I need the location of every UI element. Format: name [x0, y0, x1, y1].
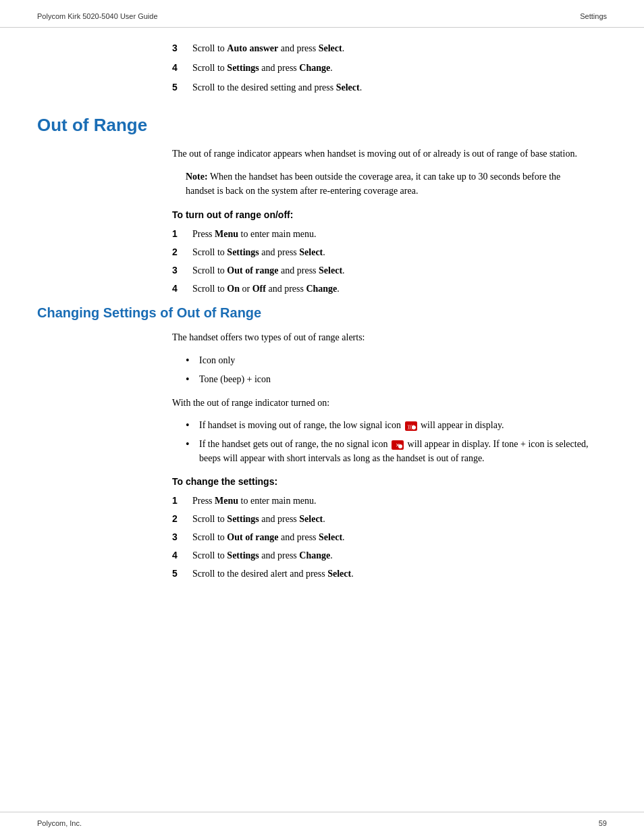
with-indicator-text: With the out of range indicator turned o… [172, 396, 607, 411]
section-heading-out-of-range: Out of Range [37, 115, 607, 136]
no-signal-icon: ✕ [392, 440, 404, 450]
svg-text:)))): )))) [407, 423, 414, 429]
step-item: 1 Press Menu to enter main menu. [172, 227, 607, 241]
header-right: Settings [580, 12, 607, 20]
step-num: 2 [172, 512, 192, 526]
step-text: Scroll to Auto answer and press Select. [192, 41, 607, 55]
step-num: 3 [172, 263, 192, 278]
step-num: 1 [172, 227, 192, 241]
step-item: 2 Scroll to Settings and press Select. [172, 245, 607, 259]
steps-list-section2: 1 Press Menu to enter main menu. 2 Scrol… [172, 494, 607, 581]
bullet-dot: • [186, 353, 199, 369]
step-item: 5 Scroll to the desired setting and pres… [172, 80, 607, 95]
step-text: Scroll to Settings and press Change. [192, 61, 607, 75]
step-item: 1 Press Menu to enter main menu. [172, 494, 607, 508]
bullet-item: • If handset is moving out of range, the… [186, 418, 607, 434]
step-text: Scroll to the desired setting and press … [192, 80, 607, 95]
proc-heading-change-settings: To change the settings: [172, 476, 607, 487]
page-footer: Polycom, Inc. 59 [0, 812, 644, 834]
step-item: 2 Scroll to Settings and press Select. [172, 512, 607, 526]
page-content: 3 Scroll to Auto answer and press Select… [0, 28, 644, 631]
no-signal-svg: ✕ [392, 440, 404, 450]
steps-list-section1: 1 Press Menu to enter main menu. 2 Scrol… [172, 227, 607, 296]
page-header: Polycom Kirk 5020-5040 User Guide Settin… [0, 0, 644, 28]
step-item: 3 Scroll to Auto answer and press Select… [172, 41, 607, 55]
step-num: 2 [172, 245, 192, 259]
section2-intro: The handset offers two types of out of r… [172, 330, 607, 345]
step-num: 4 [172, 548, 192, 563]
top-steps: 3 Scroll to Auto answer and press Select… [172, 41, 607, 95]
footer-left: Polycom, Inc. [37, 819, 82, 827]
step-text: Scroll to On or Off and press Change. [192, 282, 607, 296]
step-num: 5 [172, 80, 192, 95]
step-text: Scroll to Out of range and press Select. [192, 263, 607, 278]
step-text: Scroll to Settings and press Select. [192, 245, 607, 259]
section1-intro: The out of range indicator appears when … [172, 147, 607, 161]
bullet-text: Icon only [199, 353, 235, 369]
step-text: Scroll to Settings and press Change. [192, 548, 607, 563]
bullet-dot: • [186, 417, 199, 434]
step-item: 4 Scroll to Settings and press Change. [172, 548, 607, 563]
section-heading-changing-settings: Changing Settings of Out of Range [37, 305, 607, 321]
bullet-item: • Tone (beep) + icon [186, 372, 607, 388]
bullet-text: If the handset gets out of range, the no… [199, 437, 607, 465]
footer-right: 59 [599, 819, 607, 827]
step-num: 5 [172, 567, 192, 581]
bullet-item: • If the handset gets out of range, the … [186, 437, 607, 465]
step-text: Press Menu to enter main menu. [192, 227, 607, 241]
section-out-of-range: Out of Range The out of range indicator … [37, 115, 607, 296]
step-num: 1 [172, 494, 192, 508]
proc-heading-turn-on-off: To turn out of range on/off: [172, 209, 607, 220]
note-box: Note: When the handset has been outside … [186, 170, 570, 199]
step-item: 4 Scroll to On or Off and press Change. [172, 282, 607, 296]
bullet-item: • Icon only [186, 353, 607, 369]
step-text: Press Menu to enter main menu. [192, 494, 607, 508]
bullet-text: If handset is moving out of range, the l… [199, 418, 504, 434]
section-changing-settings: Changing Settings of Out of Range The ha… [37, 305, 607, 581]
step-item: 4 Scroll to Settings and press Change. [172, 61, 607, 75]
step-num: 3 [172, 41, 192, 55]
bullet-dot: • [186, 371, 199, 388]
step-item: 3 Scroll to Out of range and press Selec… [172, 530, 607, 544]
bullet-dot: • [186, 436, 199, 465]
low-signal-svg: )))) [405, 421, 417, 431]
page-container: Polycom Kirk 5020-5040 User Guide Settin… [0, 0, 644, 834]
bullet-text: Tone (beep) + icon [199, 372, 271, 388]
header-left: Polycom Kirk 5020-5040 User Guide [37, 12, 158, 20]
step-text: Scroll to the desired alert and press Se… [192, 567, 607, 581]
svg-text:✕: ✕ [396, 442, 400, 448]
step-num: 4 [172, 282, 192, 296]
step-text: Scroll to Settings and press Select. [192, 512, 607, 526]
step-item: 3 Scroll to Out of range and press Selec… [172, 263, 607, 278]
low-signal-icon: )))) [405, 421, 417, 431]
step-num: 3 [172, 530, 192, 544]
step-text: Scroll to Out of range and press Select. [192, 530, 607, 544]
step-item: 5 Scroll to the desired alert and press … [172, 567, 607, 581]
step-num: 4 [172, 61, 192, 75]
bullet-list-types: • Icon only • Tone (beep) + icon [186, 353, 607, 388]
bullet-list-indicator: • If handset is moving out of range, the… [186, 418, 607, 465]
